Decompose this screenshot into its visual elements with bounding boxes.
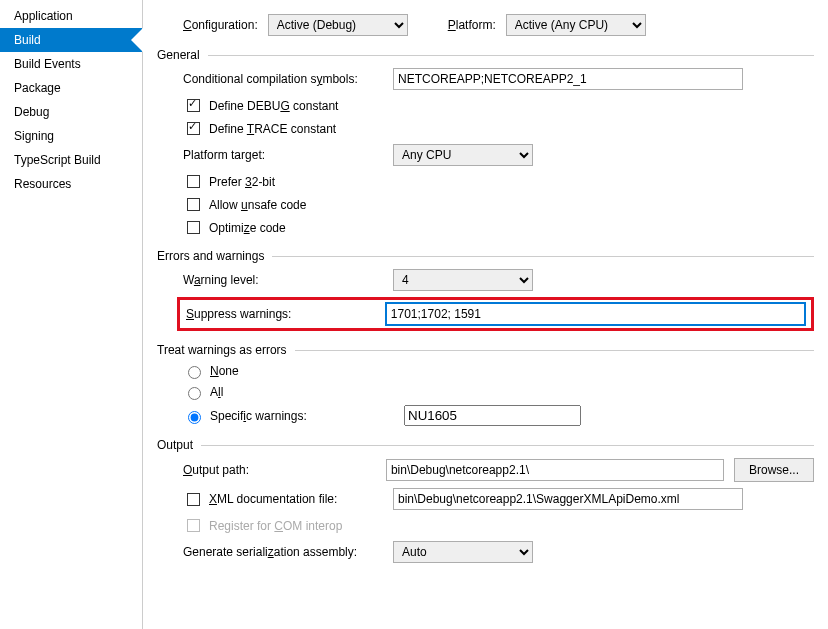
configuration-select[interactable]: Active (Debug) — [268, 14, 408, 36]
section-errors: Errors and warnings — [157, 249, 814, 263]
sidebar-item-signing[interactable]: Signing — [0, 124, 142, 148]
allow-unsafe-checkbox[interactable] — [187, 198, 200, 211]
sidebar-item-build-events[interactable]: Build Events — [0, 52, 142, 76]
prefer-32bit-checkbox[interactable] — [187, 175, 200, 188]
platform-select[interactable]: Active (Any CPU) — [506, 14, 646, 36]
sidebar-item-package[interactable]: Package — [0, 76, 142, 100]
conditional-symbols-input[interactable] — [393, 68, 743, 90]
main-panel: Configuration: Active (Debug) Platform: … — [143, 0, 828, 629]
optimize-code-checkbox[interactable] — [187, 221, 200, 234]
sidebar: Application Build Build Events Package D… — [0, 0, 143, 629]
prefer-32bit-label: Prefer 32-bit — [209, 175, 275, 189]
define-debug-label: Define DEBUG constant — [209, 99, 338, 113]
suppress-warnings-input[interactable] — [386, 303, 805, 325]
serialization-select[interactable]: Auto — [393, 541, 533, 563]
treat-specific-radio[interactable] — [188, 411, 201, 424]
allow-unsafe-label: Allow unsafe code — [209, 198, 306, 212]
define-trace-label: Define TRACE constant — [209, 122, 336, 136]
platform-label: Platform: — [448, 18, 496, 32]
optimize-code-label: Optimize code — [209, 221, 286, 235]
platform-target-select[interactable]: Any CPU — [393, 144, 533, 166]
sidebar-item-typescript-build[interactable]: TypeScript Build — [0, 148, 142, 172]
treat-none-label: None — [210, 364, 239, 378]
warning-level-label: Warning level: — [183, 273, 393, 287]
sidebar-item-debug[interactable]: Debug — [0, 100, 142, 124]
treat-none-radio[interactable] — [188, 366, 201, 379]
sidebar-item-build[interactable]: Build — [0, 28, 142, 52]
serialization-label: Generate serialization assembly: — [183, 545, 393, 559]
section-treat: Treat warnings as errors — [157, 343, 814, 357]
section-output: Output — [157, 438, 814, 452]
treat-specific-label: Specific warnings: — [210, 409, 398, 423]
suppress-warnings-highlight: Suppress warnings: — [177, 297, 814, 331]
platform-target-label: Platform target: — [183, 148, 393, 162]
browse-button[interactable]: Browse... — [734, 458, 814, 482]
conditional-symbols-label: Conditional compilation symbols: — [183, 72, 393, 86]
output-path-input[interactable] — [386, 459, 724, 481]
xml-doc-label: XML documentation file: — [183, 490, 393, 509]
sidebar-item-resources[interactable]: Resources — [0, 172, 142, 196]
section-general: General — [157, 48, 814, 62]
treat-all-radio[interactable] — [188, 387, 201, 400]
treat-all-label: All — [210, 385, 223, 399]
define-trace-checkbox[interactable] — [187, 122, 200, 135]
configuration-label: Configuration: — [183, 18, 258, 32]
warning-level-select[interactable]: 4 — [393, 269, 533, 291]
treat-specific-input[interactable] — [404, 405, 581, 426]
register-com-checkbox — [187, 519, 200, 532]
suppress-warnings-label: Suppress warnings: — [186, 307, 386, 321]
register-com-label: Register for COM interop — [209, 519, 342, 533]
xml-doc-checkbox[interactable] — [187, 493, 200, 506]
define-debug-checkbox[interactable] — [187, 99, 200, 112]
sidebar-item-application[interactable]: Application — [0, 4, 142, 28]
xml-doc-input[interactable] — [393, 488, 743, 510]
output-path-label: Output path: — [183, 463, 386, 477]
